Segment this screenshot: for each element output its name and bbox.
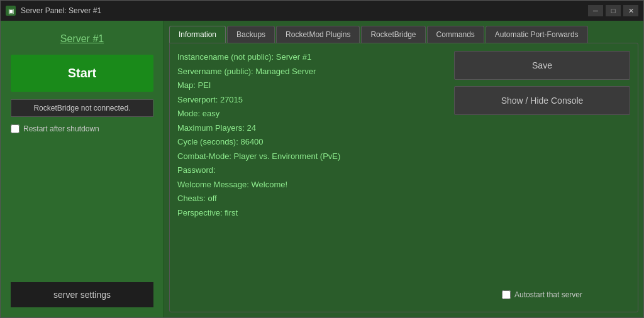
save-button[interactable]: Save: [454, 51, 630, 80]
right-spacer: [454, 121, 630, 284]
info-line: Map: PEI: [177, 79, 444, 92]
info-line: Maximum Players: 24: [177, 122, 444, 134]
window-title: Server Panel: Server #1: [21, 6, 583, 15]
info-line: Welcome Message: Welcome!: [177, 178, 444, 191]
start-button[interactable]: Start: [11, 55, 153, 92]
sidebar: Server #1 Start RocketBridge not connect…: [1, 21, 164, 317]
app-icon: ▣: [6, 6, 16, 16]
window-controls: ─ □ ✕: [588, 5, 638, 16]
maximize-button[interactable]: □: [606, 5, 621, 16]
info-line: Cycle (seconds): 86400: [177, 136, 444, 148]
rocket-bridge-status: RocketBridge not connected.: [11, 99, 153, 117]
server-settings-button[interactable]: server settings: [11, 282, 153, 307]
tab-bar: Information Backups RocketMod Plugins Ro…: [164, 21, 643, 43]
tab-commands[interactable]: Commands: [427, 26, 484, 43]
info-line: Cheats: off: [177, 192, 444, 205]
close-button[interactable]: ✕: [623, 5, 638, 16]
tab-rocketbridge[interactable]: RocketBridge: [361, 26, 425, 43]
info-line: Perspective: first: [177, 207, 444, 219]
minimize-button[interactable]: ─: [588, 5, 603, 16]
right-panel: Save Show / Hide Console Autostart that …: [454, 51, 630, 304]
info-line: Servername (public): Managed Server: [177, 65, 444, 78]
info-line: Serverport: 27015: [177, 94, 444, 106]
autostart-row: Autostart that server: [454, 290, 630, 304]
restart-checkbox-row: Restart after shutdown: [11, 124, 153, 133]
tab-automatic-port-forwards[interactable]: Automatic Port-Forwards: [486, 26, 588, 43]
server-title[interactable]: Server #1: [11, 31, 153, 47]
info-line: Combat-Mode: Player vs. Environment (PvE…: [177, 150, 444, 163]
tab-content-area: Instancename (not public): Server #1Serv…: [169, 43, 638, 312]
autostart-checkbox[interactable]: [502, 290, 511, 299]
info-line: Instancename (not public): Server #1: [177, 51, 444, 63]
tab-rocketmod-plugins[interactable]: RocketMod Plugins: [276, 26, 360, 43]
show-hide-console-button[interactable]: Show / Hide Console: [454, 86, 630, 115]
title-bar: ▣ Server Panel: Server #1 ─ □ ✕: [1, 1, 643, 21]
content-area: Server #1 Start RocketBridge not connect…: [1, 21, 643, 317]
restart-checkbox[interactable]: [11, 124, 19, 133]
sidebar-spacer: [11, 141, 153, 275]
main-window: ▣ Server Panel: Server #1 ─ □ ✕ Server #…: [0, 0, 644, 318]
tab-information[interactable]: Information: [169, 26, 226, 43]
info-panel: Instancename (not public): Server #1Serv…: [177, 51, 444, 304]
info-line: Password:: [177, 164, 444, 177]
main-panel: Information Backups RocketMod Plugins Ro…: [164, 21, 643, 317]
info-line: Mode: easy: [177, 107, 444, 120]
restart-label: Restart after shutdown: [23, 124, 99, 133]
tab-backups[interactable]: Backups: [227, 26, 275, 43]
autostart-label: Autostart that server: [514, 290, 582, 299]
